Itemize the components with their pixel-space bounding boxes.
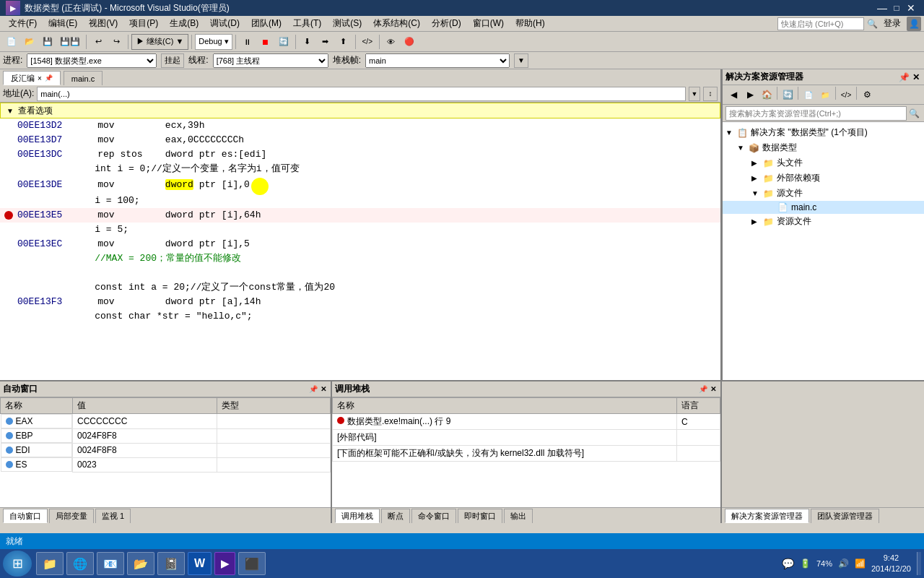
tab-output[interactable]: 输出 [504, 509, 533, 523]
network-icon[interactable]: 📶 [855, 558, 866, 569]
notification-icon[interactable]: 💬 [782, 558, 794, 569]
show-desktop-btn[interactable] [917, 552, 921, 575]
sol-code-btn[interactable]: </> [838, 87, 854, 103]
menu-project[interactable]: 项目(P) [123, 16, 164, 31]
tab-locals[interactable]: 局部变量 [49, 509, 94, 523]
menu-build[interactable]: 生成(B) [164, 16, 204, 31]
tab-immediate[interactable]: 即时窗口 [458, 509, 502, 523]
step-over-btn[interactable]: ➡ [317, 33, 334, 51]
date-display: 2014/12/20 [871, 564, 911, 574]
taskbar-onenote[interactable]: 📓 [157, 552, 185, 575]
tab-disasm[interactable]: 反汇编 × 📌 [3, 71, 61, 85]
tree-source[interactable]: ▼ 📁 源文件 [723, 186, 924, 201]
tab-source[interactable]: main.c [64, 71, 103, 85]
menu-analysis[interactable]: 分析(D) [426, 16, 467, 31]
undo-btn[interactable]: ↩ [90, 33, 107, 51]
title-restore[interactable]: □ [889, 1, 904, 15]
menu-window[interactable]: 窗口(W) [467, 16, 510, 31]
taskbar-word[interactable]: W [188, 552, 212, 575]
menu-tools[interactable]: 工具(T) [287, 16, 327, 31]
tree-project[interactable]: ▼ 📦 数据类型 [723, 140, 924, 155]
sol-back-btn[interactable]: ◀ [725, 87, 741, 103]
stop-btn[interactable]: ⏹ [257, 33, 274, 51]
pause-btn[interactable]: ⏸ [239, 33, 256, 51]
view-options-bar[interactable]: 查看选项 [0, 103, 720, 118]
call-pin-btn[interactable]: 📌 [699, 385, 707, 393]
menu-team[interactable]: 团队(M) [245, 16, 287, 31]
source-icon: 📁 [763, 189, 774, 199]
tree-headers[interactable]: ▶ 📁 头文件 [723, 155, 924, 171]
step-out-btn[interactable]: ⬆ [335, 33, 352, 51]
tab-watch1[interactable]: 监视 1 [95, 509, 131, 523]
process-select[interactable]: [1548] 数据类型.exe [27, 53, 157, 68]
open-btn[interactable]: 📂 [21, 33, 38, 51]
menu-view[interactable]: 视图(V) [83, 16, 123, 31]
addr-expand-btn[interactable]: ▼ [689, 87, 700, 101]
code-line: 00EE13EC mov dword ptr [i],5 [0, 237, 720, 251]
pin-icon[interactable]: 📌 [45, 74, 53, 82]
taskbar-folder[interactable]: 📂 [127, 552, 154, 575]
tab-sol-explorer[interactable]: 解决方案资源管理器 [725, 509, 809, 523]
taskbar-file-manager[interactable]: 📁 [36, 552, 64, 575]
tree-mainc[interactable]: 📄 main.c [723, 201, 924, 214]
sound-icon[interactable]: 🔊 [838, 558, 849, 569]
save-btn[interactable]: 💾 [39, 33, 56, 51]
title-minimize[interactable]: — [875, 1, 889, 15]
auto-close-btn[interactable]: ✕ [321, 385, 326, 393]
quick-launch-input[interactable] [777, 17, 864, 30]
tab-team-explorer[interactable]: 团队资源管理器 [811, 509, 879, 523]
sol-close-btn[interactable]: ✕ [912, 72, 920, 82]
sol-newfile-btn[interactable]: 📄 [801, 87, 816, 103]
sol-forward-btn[interactable]: ▶ [742, 87, 758, 103]
sol-home-btn[interactable]: 🏠 [759, 87, 775, 103]
redo-btn[interactable]: ↪ [108, 33, 125, 51]
menu-debug[interactable]: 调试(D) [204, 16, 245, 31]
restart-btn[interactable]: 🔄 [275, 33, 292, 51]
menu-file[interactable]: 文件(F) [3, 16, 43, 31]
solution-search-input[interactable] [725, 106, 907, 121]
menu-help[interactable]: 帮助(H) [510, 16, 551, 31]
tree-resource[interactable]: ▶ 📁 资源文件 [723, 214, 924, 229]
menu-test[interactable]: 测试(S) [327, 16, 367, 31]
address-input[interactable] [37, 87, 686, 101]
tab-command[interactable]: 命令窗口 [411, 509, 456, 523]
stack-expand-btn[interactable]: ▼ [514, 53, 528, 68]
thread-select[interactable]: [768] 主线程 [213, 53, 328, 68]
solution-search-icon[interactable]: 🔍 [907, 106, 921, 121]
tab-auto[interactable]: 自动窗口 [3, 509, 48, 523]
call-close-btn[interactable]: ✕ [710, 385, 716, 393]
start-button[interactable]: ⊞ [3, 551, 32, 577]
sol-props-btn[interactable]: ⚙ [859, 87, 875, 103]
taskbar-vs[interactable]: ▶ [214, 552, 235, 575]
tab-callstack[interactable]: 调用堆栈 [335, 509, 380, 523]
tab-breakpoints[interactable]: 断点 [381, 509, 410, 523]
breakpoint-btn[interactable]: 🔴 [401, 33, 418, 51]
taskbar-outlook[interactable]: 📧 [97, 552, 124, 575]
taskbar-metro[interactable]: ⬛ [238, 552, 266, 575]
debug-config-dropdown[interactable]: Debug ▾ [195, 34, 232, 50]
sol-newfolder-btn[interactable]: 📁 [817, 87, 833, 103]
tree-solution[interactable]: ▼ 📋 解决方案 "数据类型" (1个项目) [723, 125, 924, 140]
sol-refresh-btn[interactable]: 🔄 [780, 87, 796, 103]
auto-pin-btn[interactable]: 📌 [309, 385, 318, 393]
title-close[interactable]: ✕ [904, 1, 918, 15]
tab-disasm-close[interactable]: × [38, 74, 42, 82]
step-into-btn[interactable]: ⬇ [299, 33, 316, 51]
watch-btn[interactable]: 👁 [383, 33, 400, 51]
suspend-btn[interactable]: 挂起 [161, 53, 184, 68]
sol-pin-btn[interactable]: 📌 [899, 72, 910, 82]
new-project-btn[interactable]: 📄 [3, 33, 20, 51]
menu-arch[interactable]: 体系结构(C) [367, 16, 426, 31]
addr-scroll-btn[interactable]: ↕ [703, 87, 718, 101]
save-all-btn[interactable]: 💾💾 [57, 33, 83, 51]
tree-external[interactable]: ▶ 📁 外部依赖项 [723, 171, 924, 186]
stack-select[interactable]: main [365, 53, 510, 68]
taskbar-ie[interactable]: 🌐 [66, 552, 94, 575]
src-line-1: int i = 0;//定义一个变量，名字为i，值可变 [72, 162, 300, 176]
login-button[interactable]: 登录 [884, 17, 901, 30]
continue-btn[interactable]: ▶ 继续(C) ▼ [131, 34, 188, 50]
clock-date[interactable]: 9:42 2014/12/20 [871, 553, 911, 575]
code-view-btn[interactable]: </> [359, 33, 376, 51]
menu-edit[interactable]: 编辑(E) [43, 16, 83, 31]
code-area[interactable]: 00EE13D2 mov ecx,39h 00EE13D7 mov eax,0C… [0, 118, 720, 380]
